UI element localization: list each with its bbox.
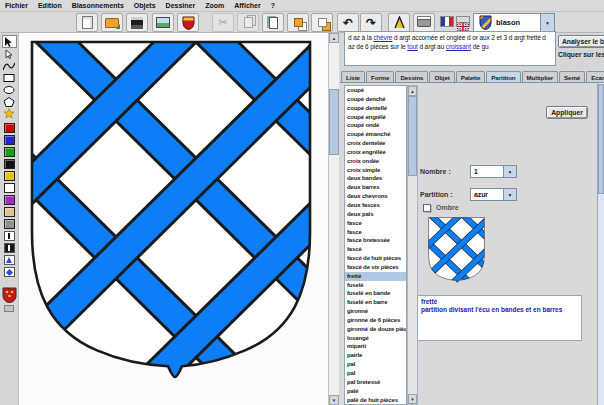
tab[interactable]: Dessins	[395, 71, 428, 82]
redo-button[interactable]: ↷	[360, 13, 382, 32]
export-image-button[interactable]	[152, 13, 174, 32]
new-document-button[interactable]	[76, 13, 98, 32]
menu-item[interactable]: Blasonnements	[67, 2, 129, 9]
partition-list-item[interactable]: coupé dentellé	[345, 104, 406, 113]
ermine-icon[interactable]	[4, 267, 15, 277]
partition-list-item[interactable]: deux pals	[345, 210, 406, 219]
tab[interactable]: Partition	[486, 71, 520, 82]
partition-list-item[interactable]: croix simple	[345, 166, 406, 175]
partition-list-item[interactable]: pal	[345, 369, 406, 378]
menu-item[interactable]: ?	[266, 2, 280, 9]
partition-dropdown-arrow[interactable]: ▼	[503, 189, 516, 200]
shield-options-button[interactable]	[4, 305, 14, 312]
menu-item[interactable]: Objets	[129, 2, 161, 9]
menu-item[interactable]: Afficher	[229, 2, 265, 9]
blazon-segment[interactable]: croissant	[446, 43, 471, 50]
cut-button[interactable]: ✂	[212, 13, 234, 32]
bring-to-front-button[interactable]	[287, 13, 309, 32]
partition-list-item[interactable]: coupé ondé	[345, 121, 406, 130]
node-select-tool[interactable]	[3, 48, 16, 59]
uk-flag-button[interactable]	[456, 16, 470, 27]
partition-list-item[interactable]: deux chevrons	[345, 192, 406, 201]
blazon-text-editor[interactable]: d az à la chèvre d argt accornée et ongl…	[344, 31, 556, 66]
tincture-swatch[interactable]	[4, 135, 15, 145]
partition-list-scrollbar[interactable]: ▲ ▼	[407, 85, 418, 405]
curve-tool[interactable]	[3, 60, 16, 71]
partition-list-item[interactable]: miparti	[345, 342, 406, 351]
polygon-tool[interactable]	[3, 96, 16, 107]
partition-list-item[interactable]: coupé émanché	[345, 130, 406, 139]
partition-list[interactable]: coupécoupé denchécoupé dentellécoupé eng…	[344, 85, 407, 405]
partition-list-item[interactable]: palé de huit pièces	[345, 396, 406, 405]
drawing-canvas[interactable]: ▲ ▼	[18, 33, 339, 405]
main-shield-fretty-azure[interactable]	[29, 39, 313, 380]
print-button[interactable]	[413, 13, 435, 32]
vair-icon[interactable]	[4, 255, 15, 265]
analyze-blazon-button[interactable]: Analyser le blasonnement	[558, 35, 604, 48]
tincture-swatch[interactable]	[4, 219, 15, 229]
tab[interactable]: Multiplier	[522, 71, 559, 82]
french-flag-button[interactable]	[440, 16, 454, 27]
blazon-segment[interactable]: de gu	[471, 43, 488, 50]
counter-pale-fur-icon[interactable]	[4, 243, 15, 253]
blazon-segment[interactable]: d az à la	[348, 34, 373, 41]
partition-list-item[interactable]: fretté	[345, 272, 406, 281]
copy-button[interactable]	[237, 13, 259, 32]
canvas-scroll-thumb[interactable]	[329, 89, 339, 155]
tincture-swatch[interactable]	[4, 159, 15, 169]
partition-list-item[interactable]: croix dentelée	[345, 139, 406, 148]
blason-dropdown-arrow[interactable]: ▼	[540, 14, 554, 31]
partition-list-item[interactable]: pal	[345, 360, 406, 369]
tab[interactable]: Palette	[456, 71, 486, 82]
mini-shield-preview[interactable]	[2, 287, 17, 303]
partition-list-item[interactable]: coupé	[345, 86, 406, 95]
nombre-dropdown-arrow[interactable]: ▼	[503, 166, 516, 177]
tincture-swatch[interactable]	[4, 207, 15, 217]
partition-list-item[interactable]: fascé	[345, 245, 406, 254]
partition-list-item[interactable]: pairle	[345, 351, 406, 360]
paste-button[interactable]	[262, 13, 284, 32]
menu-item[interactable]: Fichier	[0, 2, 33, 9]
scroll-up-arrow[interactable]: ▲	[329, 33, 339, 43]
tincture-swatch[interactable]	[4, 123, 15, 133]
scroll-down-arrow[interactable]: ▼	[329, 395, 339, 405]
list-scroll-up-arrow[interactable]: ▲	[408, 86, 417, 96]
shield-button[interactable]	[177, 13, 199, 32]
partition-list-item[interactable]: fasce	[345, 228, 406, 237]
tab[interactable]: Semé	[559, 71, 585, 82]
tab[interactable]: Forme	[366, 71, 394, 82]
tab[interactable]: Ecartelé	[586, 71, 604, 82]
list-scroll-thumb[interactable]	[408, 96, 417, 176]
apply-button[interactable]: Appliquer	[546, 106, 588, 119]
menu-item[interactable]: Edition	[33, 2, 67, 9]
blazon-segment[interactable]: tout	[407, 43, 417, 50]
partition-list-item[interactable]: deux fasces	[345, 201, 406, 210]
partition-list-item[interactable]: fuselé en bande	[345, 289, 406, 298]
partition-list-item[interactable]: deux bandes	[345, 174, 406, 183]
nombre-combobox[interactable]: 1 ▼	[470, 165, 517, 178]
tincture-swatch[interactable]	[4, 183, 15, 193]
partition-list-item[interactable]: croix ondée	[345, 157, 406, 166]
partition-list-item[interactable]: fuselé en barre	[345, 298, 406, 307]
tincture-swatch[interactable]	[4, 147, 15, 157]
partition-list-item[interactable]: pal bretessé	[345, 378, 406, 387]
partition-list-item[interactable]: gironné	[345, 307, 406, 316]
partition-list-item[interactable]: gironné de douze pièces	[345, 325, 406, 334]
partition-list-item[interactable]: croix engrêlée	[345, 148, 406, 157]
blazon-segment[interactable]: d argt au	[418, 43, 446, 50]
tab[interactable]: Objet	[429, 71, 454, 82]
tab[interactable]: Liste	[341, 71, 365, 82]
partition-list-item[interactable]: fascé de six pièces	[345, 263, 406, 272]
partition-list-item[interactable]: gironné de 6 pièces	[345, 316, 406, 325]
blason-selector[interactable]: blason ▼	[473, 13, 555, 32]
partition-list-item[interactable]: losangé	[345, 334, 406, 343]
menu-item[interactable]: Zoom	[200, 2, 229, 9]
partition-combobox[interactable]: azur ▼	[470, 188, 517, 201]
partition-list-item[interactable]: fascé de huit pièces	[345, 254, 406, 263]
partition-list-item[interactable]: fasce	[345, 219, 406, 228]
tincture-swatch[interactable]	[4, 171, 15, 181]
blazon-segment[interactable]: chèvre	[373, 34, 392, 41]
partition-list-item[interactable]: fuselé	[345, 281, 406, 290]
star-tool[interactable]	[3, 108, 16, 119]
undo-button[interactable]: ↶	[337, 13, 359, 32]
